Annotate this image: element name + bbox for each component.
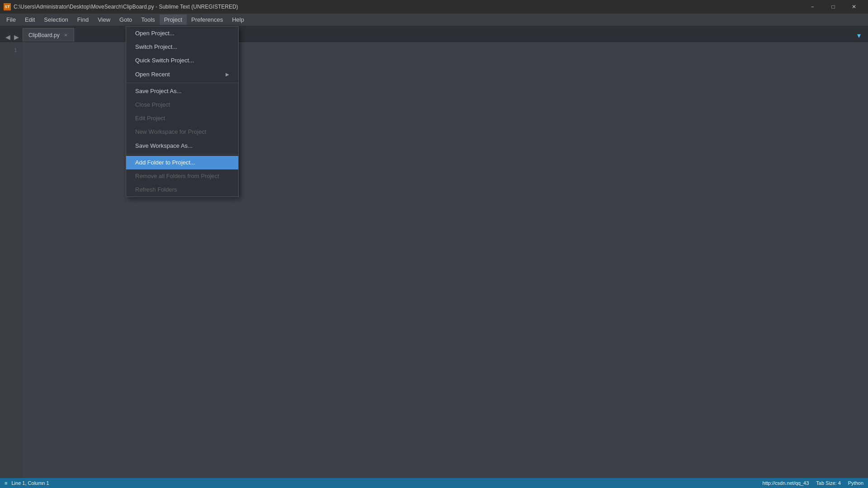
menu-open-project[interactable]: Open Project... bbox=[126, 27, 238, 40]
status-url: http://csdn.net/qq_43 bbox=[763, 480, 809, 486]
language[interactable]: Python bbox=[848, 480, 863, 486]
menu-preferences[interactable]: Preferences bbox=[187, 14, 227, 25]
menu-project[interactable]: Project bbox=[160, 14, 187, 25]
menu-bar: File Edit Selection Find View Goto Tools… bbox=[0, 14, 868, 26]
separator-1 bbox=[126, 83, 238, 83]
tab-clipboardpy[interactable]: ClipBoard.py × bbox=[23, 28, 74, 42]
submenu-arrow-icon: ▶ bbox=[226, 71, 229, 78]
menu-add-folder[interactable]: Add Folder to Project... bbox=[126, 156, 238, 169]
menu-tools[interactable]: Tools bbox=[137, 14, 159, 25]
app-icon: ST bbox=[4, 3, 11, 10]
tab-close-button[interactable]: × bbox=[63, 32, 69, 38]
status-bar: ≡ Line 1, Column 1 http://csdn.net/qq_43… bbox=[0, 478, 868, 488]
menu-edit[interactable]: Edit bbox=[20, 14, 39, 25]
window-controls: − □ ✕ bbox=[802, 0, 864, 14]
maximize-button[interactable]: □ bbox=[823, 0, 844, 14]
menu-find[interactable]: Find bbox=[73, 14, 93, 25]
status-bar-right: http://csdn.net/qq_43 Tab Size: 4 Python bbox=[763, 480, 863, 486]
menu-goto[interactable]: Goto bbox=[115, 14, 137, 25]
title-bar: ST C:\Users\Administrator\Desktop\MoveSe… bbox=[0, 0, 868, 14]
menu-refresh-folders: Refresh Folders bbox=[126, 183, 238, 197]
menu-remove-folders: Remove all Folders from Project bbox=[126, 169, 238, 183]
menu-edit-project: Edit Project bbox=[126, 112, 238, 125]
tab-dropdown-button[interactable]: ▾ bbox=[854, 29, 864, 42]
dropdown-menu-container: Open Project... Switch Project... Quick … bbox=[126, 26, 239, 197]
tab-navigation: ◀ ▶ bbox=[4, 33, 21, 42]
title-text: C:\Users\Administrator\Desktop\MoveSearc… bbox=[14, 4, 238, 10]
menu-quick-switch-project[interactable]: Quick Switch Project... bbox=[126, 54, 238, 67]
separator-2 bbox=[126, 154, 238, 155]
close-button[interactable]: ✕ bbox=[844, 0, 864, 14]
menu-close-project: Close Project bbox=[126, 98, 238, 112]
minimize-button[interactable]: − bbox=[802, 0, 823, 14]
menu-selection[interactable]: Selection bbox=[39, 14, 72, 25]
project-dropdown: Open Project... Switch Project... Quick … bbox=[126, 26, 239, 197]
tab-label: ClipBoard.py bbox=[28, 32, 60, 38]
menu-save-project-as[interactable]: Save Project As... bbox=[126, 84, 238, 98]
tab-prev-button[interactable]: ◀ bbox=[4, 33, 12, 42]
status-bar-left: ≡ Line 1, Column 1 bbox=[5, 480, 49, 486]
menu-open-recent[interactable]: Open Recent ▶ bbox=[126, 68, 238, 81]
status-icon: ≡ bbox=[5, 480, 7, 486]
menu-help[interactable]: Help bbox=[227, 14, 249, 25]
menu-view[interactable]: View bbox=[93, 14, 115, 25]
menu-switch-project[interactable]: Switch Project... bbox=[126, 40, 238, 54]
menu-new-workspace: New Workspace for Project bbox=[126, 125, 238, 139]
tab-size[interactable]: Tab Size: 4 bbox=[816, 480, 840, 486]
menu-save-workspace-as[interactable]: Save Workspace As... bbox=[126, 139, 238, 153]
menu-file[interactable]: File bbox=[2, 14, 20, 25]
cursor-position: Line 1, Column 1 bbox=[11, 480, 49, 486]
line-number-1: 1 bbox=[0, 46, 23, 56]
line-numbers: 1 bbox=[0, 42, 23, 478]
title-bar-left: ST C:\Users\Administrator\Desktop\MoveSe… bbox=[4, 3, 238, 10]
tab-next-button[interactable]: ▶ bbox=[12, 33, 21, 42]
